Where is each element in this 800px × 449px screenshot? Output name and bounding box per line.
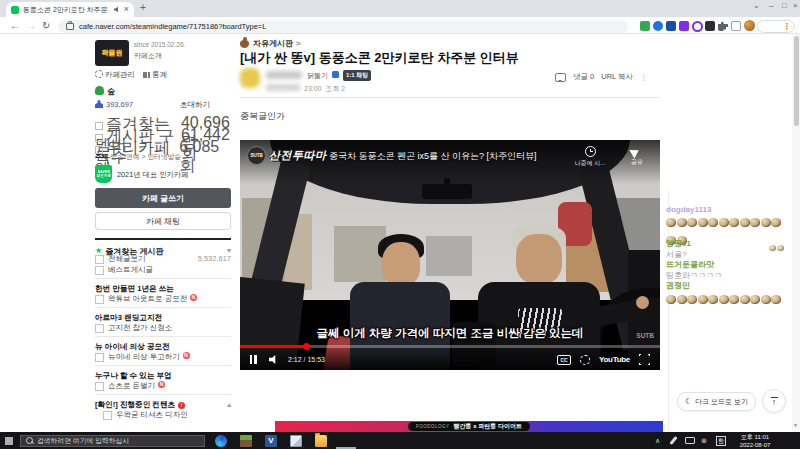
edge-icon[interactable] [215,435,227,447]
cafe-logo[interactable]: 왁물원 [95,40,129,66]
tab-audio-icon[interactable] [114,6,121,13]
new-tab-button[interactable]: + [140,3,146,12]
video-title[interactable]: 산전투따마 중국차 동풍소콘 펜곤 ix5를 산 이유는? [차주인터뷰] [269,148,569,163]
naver-award-badge-icon: NAVER대표카페 [95,165,112,183]
youtube-logo[interactable]: YouTube [599,355,630,364]
award-text: 2021년 대표 인기카페 [117,170,188,180]
sidebar-item-best-posts[interactable]: 베스트게시글 [95,265,231,275]
dark-mode-button[interactable]: ☾ 다크 모드로 보기 [677,392,756,411]
fullscreen-icon[interactable] [639,354,650,365]
volume-icon[interactable] [269,355,278,364]
reload-icon[interactable]: ↻ [42,20,50,31]
tab-close-icon[interactable]: × [124,5,129,14]
member-icon [95,100,103,108]
red-alert-icon: ! [178,402,185,409]
sidebar-item-outro-contest[interactable]: 왁튜브 아웃트로 공모전N [95,294,231,304]
sidebar-item-all-posts[interactable]: 전체글보기5,532,617 [95,254,231,264]
tab-search-icon[interactable]: ⌄ [753,1,760,10]
youtube-player[interactable]: SUTB 산전투따마 중국차 동풍소콘 펜곤 ix5를 산 이유는? [차주인터… [240,140,660,370]
tree-icon [95,86,104,95]
scrollbar-thumb[interactable] [794,36,799,126]
cafe-manage-link[interactable]: 카페관리 [105,70,135,79]
board-icon [95,353,104,362]
taskbar-search-input[interactable]: 검색하려면 여기에 입력하십시 [20,435,205,448]
taskbar-clock[interactable]: 오후 11:01 2022-08-07 [733,434,777,449]
browser-tab[interactable]: 동풍소콘 2만키로탄 차주분 × [6,2,134,17]
chrome-menu-button[interactable]: ⋮ [757,20,795,33]
chat-message: 뜨거운콜라맛 띵호와ㅋㅋㅋㅋ [666,259,792,281]
window-close-button[interactable]: × [793,1,798,10]
board-icon [103,411,112,420]
search-icon [26,437,33,444]
ad-pill: FOODOLOGY 빨간통 x 파란통 다이어트 [408,422,530,431]
video-progress-fill [240,345,307,348]
chat-message: 권졍민 [666,280,792,309]
pause-icon[interactable] [250,355,257,364]
cafe-manage-row: 카페관리통계 [95,70,167,80]
watch-later-button[interactable]: 나중에 시... [568,146,612,168]
sidebar-section-header-contents[interactable]: [확인!] 진행중인 컨텐츠! ▴ [95,394,231,410]
blurred-date [266,84,300,91]
ad-banner[interactable]: FOODOLOGY 빨간통 x 파란통 다이어트 [275,421,663,432]
extension-icon[interactable] [679,21,689,31]
scene-building [426,236,472,276]
video-time: 2:12 / 15:53 [288,356,325,363]
cafe-intro-link[interactable]: 카페소개 [134,51,162,61]
forward-icon[interactable]: → [26,20,36,31]
dumpling-emoji-row [666,291,792,309]
sidebar-item-tshirt-design[interactable]: 우왁굳 티셔츠 디자인 [95,410,239,420]
chat-username[interactable]: 뜨거운콜라맛 [666,259,792,270]
settings-gear-icon[interactable] [580,355,590,365]
notepad-icon[interactable] [290,435,302,447]
cafe-stats-link[interactable]: 통계 [152,70,167,79]
scroll-to-top-button[interactable]: ↑ [762,389,786,413]
invite-link[interactable]: 초대하기 [180,100,210,110]
comment-count[interactable]: 댓글 0 [573,72,594,82]
v-app-icon[interactable]: V [265,435,277,447]
extension-icon[interactable] [666,21,676,31]
board-icon [95,295,104,304]
cafe-grade: 숲 [95,86,115,97]
video-progress-bar[interactable] [240,345,660,348]
scrollbar-down-icon[interactable]: ▼ [793,422,798,428]
file-explorer-icon[interactable] [315,435,327,447]
window-maximize-button[interactable]: □ [782,1,787,10]
sidebar-item-shorts[interactable]: 쇼츠로 돈벌기N [95,381,231,391]
extension-icon[interactable] [640,21,650,31]
minecraft-icon[interactable] [240,435,252,447]
more-icon[interactable]: ⋮ [640,73,648,82]
address-bar[interactable]: cafe.naver.com/steamindiegame/7175186?bo… [58,20,628,33]
cafe-write-button[interactable]: 카페 글쓰기 [95,188,231,208]
ime-indicator[interactable]: 한 [716,436,726,446]
cafe-chat-button[interactable]: 카페 채팅 [95,212,231,230]
tray-chevron-icon[interactable]: ∧ [655,437,660,445]
extension-icon[interactable] [653,21,663,31]
chat-username[interactable]: dogday1113 [666,205,792,214]
board-icon [95,324,104,333]
url-copy-button[interactable]: URL 복사 [601,72,633,82]
video-subtitle: 글쎄 이게 차량 가격에 따지면 조금 비싼 감은 있는데 [240,326,660,341]
share-button[interactable]: 공유 [622,146,652,167]
keyboard-icon[interactable] [685,437,695,444]
profile-avatar[interactable] [744,20,755,31]
chat-username[interactable]: 권졍민 [666,280,792,291]
back-icon[interactable]: ← [10,20,20,31]
one-to-one-chat-badge[interactable]: 1:1 채팅 [343,70,371,81]
tray-circle-x-icon[interactable]: ⊗ [701,437,707,445]
dumpling-emoji-row [666,214,792,232]
breadcrumb[interactable]: 자유게시판 > [240,38,301,49]
start-button[interactable] [5,437,13,445]
sidebar-item-costume-submit[interactable]: 뉴이네 의상 투고하기N [95,352,231,362]
captions-icon[interactable]: CC [557,355,571,365]
extension-icon[interactable] [705,21,715,31]
video-watermark: SUTB [636,332,654,339]
channel-avatar[interactable]: SUTB [247,146,266,165]
video-controls: 2:12 / 15:53 CC YouTube [240,349,660,370]
author-avatar[interactable] [240,68,260,88]
window-minimize-button[interactable]: – [769,1,773,10]
sidebar-item-battle-signup[interactable]: 고지전 참가 신청소 [95,323,231,333]
naver-cafe-favicon [11,6,19,14]
extension-icon[interactable] [692,21,703,32]
post-actions: 댓글 0 URL 복사 ⋮ [555,72,648,82]
side-panel-icon[interactable] [731,21,741,31]
